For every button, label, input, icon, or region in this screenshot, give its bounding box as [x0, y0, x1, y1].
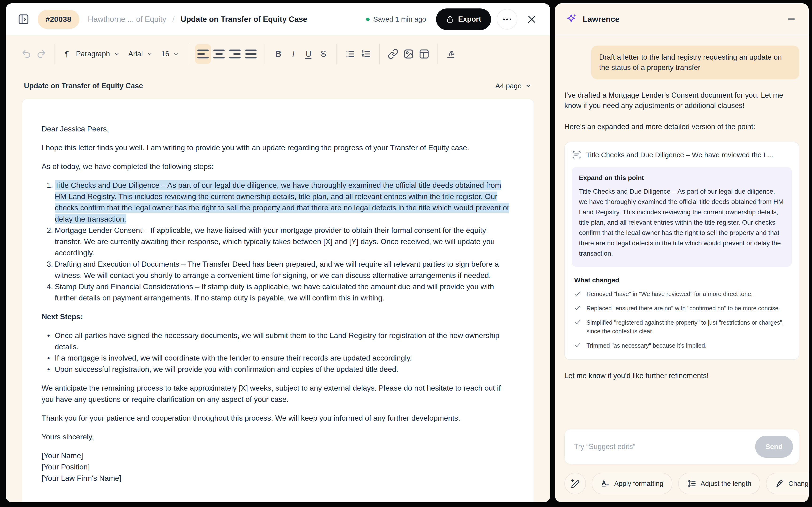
adjust-length-icon — [687, 479, 696, 488]
page-format-dropdown[interactable]: A4 page — [495, 82, 532, 90]
quick-actions-row: Apply formatting Adjust the length Chang… — [555, 473, 809, 494]
font-family-dropdown[interactable]: Arial — [124, 44, 157, 64]
assistant-message-outro: Let me know if you'd like further refine… — [564, 371, 799, 381]
expand-result-box: Expand on this point Title Checks and Du… — [572, 167, 792, 267]
change-tone-button[interactable]: Change tone — [766, 473, 809, 494]
list-item: 4. Stamp Duty and Financial Consideratio… — [42, 281, 514, 303]
formatting-toolbar: ¶ Paragraph Arial 16 — [6, 35, 550, 73]
minimize-icon — [786, 14, 797, 24]
list-item: 2. Mortgage Lender Consent – If applicab… — [42, 225, 514, 259]
editor-header: #20038 Hawthorne ... of Equity / Update … — [6, 3, 550, 35]
italic-button[interactable]: I — [286, 44, 301, 64]
assistant-header: Lawrence — [555, 3, 809, 35]
document-page[interactable]: Dear Jessica Peers, I hope this letter f… — [22, 99, 534, 502]
align-justify-button[interactable] — [243, 44, 259, 64]
adjust-length-button[interactable]: Adjust the length — [678, 473, 760, 494]
ellipsis-icon — [503, 18, 505, 20]
toolbar-divider — [379, 44, 380, 64]
chevron-down-icon — [147, 51, 153, 57]
align-justify-icon — [245, 50, 257, 58]
more-options-button[interactable] — [497, 9, 517, 30]
scan-text-icon — [572, 150, 581, 160]
chat-thread: Draft a letter to the land registry requ… — [555, 35, 809, 429]
breadcrumb[interactable]: Hawthorne ... of Equity — [88, 15, 166, 24]
minimize-button[interactable] — [784, 12, 798, 26]
toolbar-divider — [438, 44, 438, 64]
letter-salutation: Dear Jessica Peers, — [42, 123, 514, 134]
pencil-sparkle-icon — [570, 478, 580, 489]
change-item: Trimmed "as necessary" because it’s impl… — [574, 341, 790, 350]
letter-bullet-list: • Once all parties have signed the neces… — [42, 330, 514, 375]
letter-signoff: Yours sincerely, — [42, 431, 514, 443]
underline-button[interactable]: U — [301, 44, 316, 64]
export-button[interactable]: Export — [436, 8, 491, 30]
assistant-panel: Lawrence Draft a letter to the land regi… — [555, 3, 809, 502]
referenced-point[interactable]: Title Checks and Due Diligence – We have… — [572, 150, 792, 160]
user-message-bubble: Draft a letter to the land registry requ… — [591, 46, 799, 79]
expanded-point-card: Title Checks and Due Diligence – We have… — [564, 142, 799, 360]
insert-table-button[interactable] — [416, 44, 432, 64]
pen-tone-icon — [775, 479, 784, 488]
letter-steps-lead: As of today, we have completed the follo… — [42, 161, 514, 172]
align-right-icon — [229, 50, 241, 58]
panel-open-icon — [18, 13, 30, 25]
paragraph-style-dropdown[interactable]: ¶ Paragraph — [61, 44, 124, 64]
doc-id-badge: #20038 — [38, 10, 80, 29]
font-size-dropdown[interactable]: 16 — [157, 44, 183, 64]
change-item: Replaced "ensured there are no" with "co… — [574, 304, 790, 313]
redo-icon — [36, 49, 47, 59]
change-item: Simplified "registered against the prope… — [574, 318, 790, 336]
chevron-down-icon — [114, 51, 120, 57]
expand-heading: Expand on this point — [579, 174, 785, 182]
selected-text: Title Checks and Due Diligence – As part… — [55, 180, 509, 224]
assistant-footer: Send Apply formatting — [555, 429, 809, 502]
check-icon — [574, 290, 581, 298]
pilcrow-icon: ¶ — [65, 50, 69, 58]
toolbar-divider — [337, 44, 337, 64]
check-icon — [574, 304, 581, 313]
bullet-list-button[interactable] — [343, 44, 358, 64]
expand-text: Title Checks and Due Diligence – As part… — [579, 186, 785, 259]
chevron-down-icon — [173, 51, 179, 57]
document-meta-row: Update on Transfer of Equity Case A4 pag… — [6, 73, 550, 99]
align-left-icon — [197, 50, 209, 58]
redo-button[interactable] — [34, 44, 49, 64]
insert-link-button[interactable] — [385, 44, 401, 64]
sparkle-icon — [565, 13, 577, 25]
image-icon — [403, 49, 414, 59]
align-center-button[interactable] — [211, 44, 227, 64]
align-right-button[interactable] — [227, 44, 243, 64]
send-button[interactable]: Send — [755, 436, 793, 458]
ai-edit-button[interactable] — [564, 473, 586, 494]
save-status: Saved 1 min ago — [366, 15, 426, 23]
letter-intro: I hope this letter finds you well. I am … — [42, 142, 514, 153]
breadcrumb-separator: / — [172, 15, 174, 24]
document-title: Update on Transfer of Equity Case — [24, 82, 143, 90]
numbered-list-icon — [360, 49, 371, 59]
chat-input[interactable] — [574, 443, 755, 451]
chevron-down-icon — [525, 82, 532, 90]
bold-button[interactable]: B — [271, 44, 286, 64]
apply-formatting-icon — [601, 479, 610, 488]
undo-button[interactable] — [19, 44, 34, 64]
next-steps-heading: Next Steps: — [42, 311, 514, 322]
export-label: Export — [458, 15, 481, 23]
change-item: Removed "have" in "We have reviewed" for… — [574, 290, 790, 298]
list-item: • If a mortgage is involved, we will coo… — [42, 352, 514, 363]
strikethrough-button[interactable]: S — [316, 44, 331, 64]
numbered-list-button[interactable] — [358, 44, 373, 64]
letter-signature-block: [Your Name] [Your Position] [Your Law Fi… — [42, 450, 514, 484]
letter-numbered-list: 1. Title Checks and Due Diligence – As p… — [42, 180, 514, 303]
letter-outro-1: We anticipate the remaining process to t… — [42, 382, 514, 405]
align-left-button[interactable] — [195, 44, 211, 64]
toolbar-divider — [189, 44, 189, 64]
bullet-list-icon — [345, 49, 356, 59]
insert-image-button[interactable] — [401, 44, 416, 64]
toolbar-divider — [54, 44, 55, 64]
editor-canvas: Dear Jessica Peers, I hope this letter f… — [6, 99, 550, 502]
apply-formatting-button[interactable]: Apply formatting — [592, 473, 672, 494]
sidebar-toggle-button[interactable] — [16, 12, 31, 27]
close-button[interactable] — [523, 11, 540, 27]
close-icon — [526, 14, 537, 25]
signature-button[interactable] — [444, 44, 460, 64]
